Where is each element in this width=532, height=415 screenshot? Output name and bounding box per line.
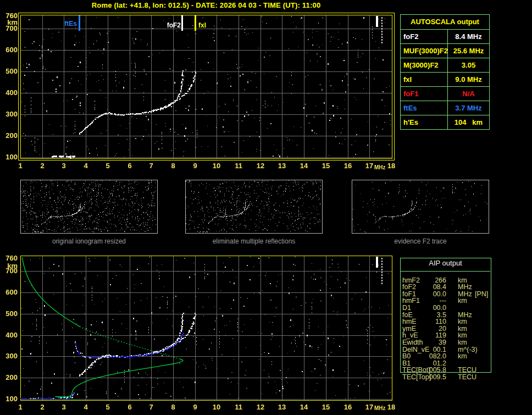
panel-evidence-f2-trace (352, 180, 489, 234)
botX-tick: 3 (56, 403, 72, 411)
botX-tick: 11 (230, 403, 247, 411)
bottom-plot-x-unit: MHz (374, 405, 386, 411)
autoscala-window: { "window": { "title": "Rome (lat: +41.8… (0, 0, 532, 415)
autoscala-row-fof1: foF1N/A (401, 87, 489, 101)
botY-tick: 300 (0, 352, 18, 360)
autoscala-row-m3000f2: M(3000)F23.05 (401, 58, 489, 73)
top-plot-y-unit: km (0, 18, 18, 26)
botX-tick: 7 (143, 403, 159, 411)
autoscala-row-ftes: ftEs3.7 MHz (401, 101, 489, 115)
fof2-marker-label: foF2 (161, 22, 181, 29)
aip-output-table: AIP output hmF2266kmfoF208.4MHzfoF100.0M… (400, 258, 491, 390)
ftes-marker-label: ftEs (58, 20, 77, 27)
topX-tick: 13 (274, 162, 290, 170)
parameter-label: foF1 (401, 87, 448, 101)
topY-tick: 300 (0, 110, 18, 118)
topX-tick: 5 (99, 162, 116, 170)
bottom-plot-y-unit: km (0, 262, 18, 270)
aip-value: 39 (420, 339, 446, 346)
topX-tick: 3 (56, 162, 72, 170)
parameter-value: 9.0 MHz (448, 73, 489, 86)
parameter-label: M(3000)F2 (401, 58, 448, 72)
autoscala-row-muf3000f2: MUF(3000)F225.6 MHz (401, 44, 489, 58)
parameter-value: N/A (448, 87, 489, 101)
parameter-value: 8.4 MHz (448, 30, 489, 43)
parameter-value: 3.05 (448, 58, 489, 72)
aip-unit: TECU (458, 374, 476, 381)
panel-original-ionogram (20, 180, 158, 234)
botY-tick: 400 (0, 331, 18, 339)
botX-tick: 15 (318, 403, 334, 411)
panel-caption-original: original ionogram resized (20, 237, 158, 245)
aip-label: D1 (402, 305, 411, 312)
botY-tick: 500 (0, 310, 18, 318)
botX-tick: 1 (12, 403, 29, 411)
botX-tick: 16 (340, 403, 356, 411)
aip-unit: km (458, 353, 467, 360)
topX-tick: 6 (121, 162, 138, 170)
autoscala-row-fof2: foF28.4 MHz (401, 30, 489, 44)
fxi-marker-label: fxI (198, 22, 215, 29)
panel-caption-eliminate: eliminate multiple reflections (185, 237, 323, 245)
topX-tick: 2 (34, 162, 51, 170)
topX-tick: 10 (208, 162, 225, 170)
botX-tick: 14 (296, 403, 312, 411)
parameter-label: foF2 (401, 30, 448, 43)
botX-tick: 6 (121, 403, 138, 411)
botY-tick: 600 (0, 289, 18, 296)
topX-tick: 1 (12, 162, 29, 170)
botX-tick: 4 (77, 403, 94, 411)
botX-tick: 10 (208, 403, 225, 411)
botX-tick: 8 (165, 403, 181, 411)
topX-tick: 16 (340, 162, 356, 170)
botX-tick: 13 (274, 403, 290, 411)
aip-row-tectop: TEC[Top]009.5TECU (400, 374, 491, 381)
topX-tick: 8 (165, 162, 181, 170)
botX-tick: 12 (252, 403, 269, 411)
botX-tick: 5 (99, 403, 116, 411)
aip-row-d1: D100.0 (400, 305, 491, 312)
botY-tick: 200 (0, 374, 18, 381)
aip-unit: km (458, 339, 467, 346)
aip-note: [PN] (475, 291, 488, 298)
aip-row-ewidth: Ewidth39km (400, 339, 491, 346)
parameter-label: ftEs (401, 101, 448, 115)
topX-tick: 7 (143, 162, 159, 170)
topX-tick: 9 (187, 162, 203, 170)
topY-tick: 600 (0, 46, 18, 54)
topX-tick: 12 (252, 162, 269, 170)
topX-tick: 15 (318, 162, 334, 170)
aip-header-divider (400, 271, 490, 272)
aip-table-header: AIP output (400, 259, 491, 267)
top-plot-x-unit: MHz (374, 164, 386, 170)
parameter-label: h'Es (401, 115, 448, 129)
botY-tick: 100 (0, 395, 18, 403)
page-title: Rome (lat: +41.8, lon: 012.5) - DATE: 20… (20, 1, 392, 9)
parameter-label: MUF(3000)F2 (401, 44, 448, 58)
autoscala-row-hes: h'Es104 km (401, 115, 489, 129)
topY-tick: 500 (0, 68, 18, 75)
botY-tick: 760 (0, 254, 18, 262)
panel-eliminate-reflections (185, 180, 323, 234)
topX-tick: 4 (77, 162, 94, 170)
parameter-value: 3.7 MHz (448, 101, 489, 115)
profile-ionogram-plot (18, 253, 395, 405)
topY-tick: 400 (0, 89, 18, 97)
autoscala-table-header: AUTOSCALA output (401, 15, 489, 30)
parameter-value: 104 km (448, 115, 489, 129)
aip-value: 009.5 (420, 374, 446, 381)
autoscala-row-fxi: fxI9.0 MHz (401, 73, 489, 87)
botX-tick: 9 (187, 403, 203, 411)
panel-caption-evidence: evidence F2 trace (352, 237, 489, 245)
botX-tick: 2 (34, 403, 51, 411)
recorded-ionogram-plot (18, 13, 395, 162)
parameter-value: 25.6 MHz (448, 44, 489, 58)
topX-tick: 11 (230, 162, 247, 170)
topY-tick: 100 (0, 153, 18, 161)
topY-tick: 200 (0, 132, 18, 140)
topX-tick: 14 (296, 162, 312, 170)
aip-value: 00.0 (420, 305, 446, 312)
autoscala-output-table: AUTOSCALA output foF28.4 MHzMUF(3000)F22… (400, 14, 490, 130)
parameter-label: fxI (401, 73, 448, 86)
aip-unit: km (458, 297, 467, 305)
